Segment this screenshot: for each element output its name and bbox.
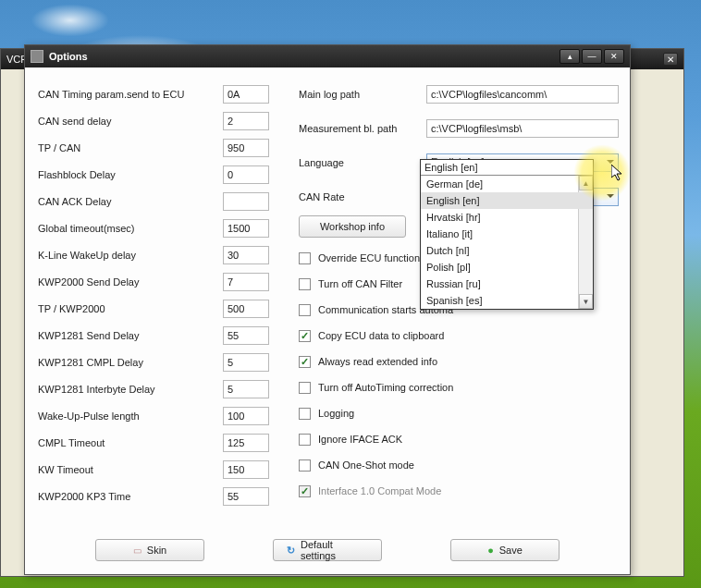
- rollup-button[interactable]: ▴: [560, 49, 580, 64]
- param-label: K-Line WakeUp delay: [38, 250, 223, 261]
- checkbox-label: CAN One-Shot mode: [318, 459, 414, 471]
- refresh-icon: [287, 545, 295, 557]
- checkbox-label: Ignore IFACE ACK: [318, 434, 402, 445]
- checkbox-label: Interface 1.0 Compat Mode: [318, 485, 441, 496]
- param-label: CAN send delay: [38, 116, 223, 127]
- param-label: KWP1281 Send Delay: [38, 330, 223, 341]
- window-title: Options: [49, 51, 88, 62]
- meas-label: Measurement bl. path: [299, 123, 426, 134]
- param-input[interactable]: [223, 219, 269, 238]
- skin-icon: [133, 545, 141, 556]
- dropdown-option[interactable]: Hrvatski [hr]: [421, 209, 593, 226]
- param-label: CMPL Timeout: [38, 437, 223, 448]
- param-input[interactable]: [223, 192, 269, 211]
- dropdown-selected[interactable]: English [en]: [421, 160, 593, 175]
- param-label: Global timeout(msec): [38, 223, 223, 234]
- param-input[interactable]: [223, 407, 269, 425]
- checkbox[interactable]: [299, 434, 311, 446]
- param-label: TP / CAN: [38, 142, 223, 153]
- param-input[interactable]: [223, 434, 269, 452]
- mainlog-input[interactable]: [426, 85, 619, 104]
- dropdown-option[interactable]: Polish [pl]: [421, 259, 593, 276]
- param-label: KWP2000 Send Delay: [38, 276, 223, 288]
- workshop-info-button[interactable]: Workshop info: [299, 215, 406, 238]
- default-settings-button[interactable]: Default settings: [273, 539, 382, 561]
- param-input[interactable]: [223, 112, 269, 130]
- dropdown-option[interactable]: Spanish [es]: [421, 292, 593, 309]
- param-input[interactable]: [223, 139, 269, 157]
- minimize-button[interactable]: —: [582, 49, 602, 64]
- param-label: Wake-Up-Pulse length: [38, 410, 223, 422]
- checkbox[interactable]: [299, 459, 311, 472]
- checkbox[interactable]: [299, 304, 311, 316]
- dropdown-option[interactable]: English [en]: [421, 192, 593, 209]
- checkbox[interactable]: [299, 252, 311, 264]
- bg-close-button[interactable]: ✕: [663, 53, 678, 66]
- app-icon: [31, 50, 43, 63]
- param-input[interactable]: [223, 460, 269, 479]
- checkbox[interactable]: [299, 356, 311, 368]
- skin-button[interactable]: Skin: [95, 539, 204, 561]
- close-button[interactable]: ✕: [604, 49, 624, 64]
- param-input[interactable]: [223, 246, 269, 264]
- param-label: Flashblock Delay: [38, 169, 223, 180]
- options-window: Options ▴ — ✕ CAN Timing param.send to E…: [24, 44, 631, 575]
- param-input[interactable]: [223, 85, 269, 104]
- dropdown-option[interactable]: Russian [ru]: [421, 276, 593, 292]
- checkbox[interactable]: [299, 278, 311, 290]
- param-label: KWP2000 KP3 Time: [38, 491, 223, 502]
- param-input[interactable]: [223, 353, 269, 372]
- param-label: KWP1281 Interbyte Delay: [38, 384, 223, 395]
- param-label: KWP1281 CMPL Delay: [38, 357, 223, 368]
- mainlog-label: Main log path: [299, 89, 426, 100]
- param-input[interactable]: [223, 273, 269, 291]
- checkbox: [299, 485, 311, 497]
- param-label: KW Timeout: [38, 464, 223, 475]
- checkbox-label: Override ECU functions: [318, 252, 425, 263]
- dropdown-option[interactable]: Italiano [it]: [421, 226, 593, 242]
- language-label: Language: [299, 157, 426, 168]
- param-input[interactable]: [223, 487, 269, 506]
- checkbox[interactable]: [299, 330, 311, 342]
- titlebar: Options ▴ — ✕: [25, 45, 630, 67]
- param-input[interactable]: [223, 300, 269, 318]
- language-dropdown[interactable]: English [en] ▲ ▼ German [de]English [en]…: [420, 159, 594, 310]
- param-input[interactable]: [223, 380, 269, 398]
- meas-input[interactable]: [426, 119, 619, 138]
- param-label: CAN ACK Delay: [38, 196, 223, 207]
- param-input[interactable]: [223, 326, 269, 345]
- param-label: TP / KWP2000: [38, 303, 223, 314]
- save-button[interactable]: Save: [450, 539, 560, 561]
- checkbox-label: Always read extended info: [318, 356, 437, 367]
- dropdown-option[interactable]: German [de]: [421, 176, 593, 192]
- checkbox[interactable]: [299, 408, 311, 420]
- checkbox-label: Logging: [318, 408, 354, 419]
- canrate-label: CAN Rate: [299, 191, 426, 202]
- param-label: CAN Timing param.send to ECU: [38, 89, 223, 100]
- param-input[interactable]: [223, 165, 269, 184]
- save-icon: [487, 545, 494, 556]
- dropdown-option[interactable]: Dutch [nl]: [421, 242, 593, 259]
- checkbox[interactable]: [299, 382, 311, 394]
- checkbox-label: Copy ECU data to clipboard: [318, 330, 444, 341]
- checkbox-label: Turn off CAN Filter: [318, 278, 402, 289]
- checkbox-label: Turn off AutoTiming correction: [318, 382, 453, 393]
